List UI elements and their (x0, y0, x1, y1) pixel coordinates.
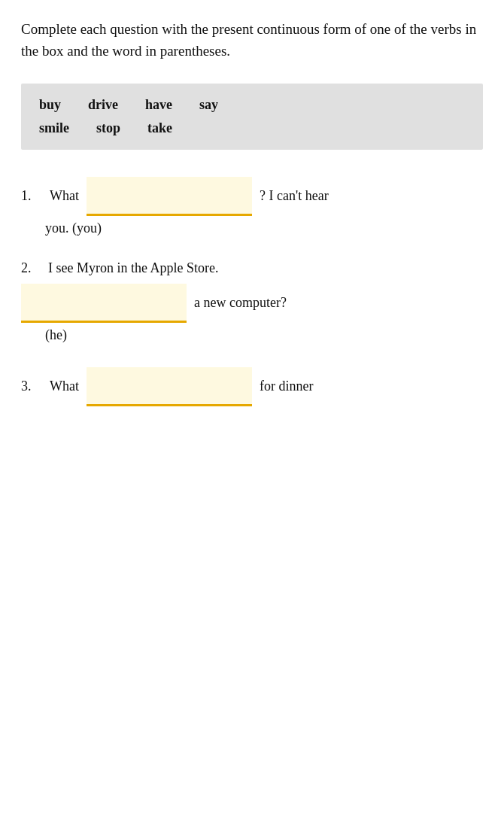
question-3-main-line: 3. What for dinner (21, 367, 483, 406)
verb-drive: drive (88, 97, 118, 113)
verb-have: have (145, 97, 172, 113)
verb-smile: smile (39, 120, 69, 136)
question-2-line1: 2. I see Myron in the Apple Store. (21, 260, 483, 276)
verb-box: buy drive have say smile stop take (21, 84, 483, 150)
instruction-section: Complete each question with the present … (21, 18, 483, 62)
verb-buy: buy (39, 97, 61, 113)
question-2-suffix: a new computer? (194, 295, 287, 311)
verb-row-1: buy drive have say (39, 97, 465, 113)
question-2-number: 2. (21, 260, 42, 276)
question-3-number: 3. (21, 378, 42, 394)
question-3-suffix: for dinner (260, 378, 313, 394)
question-1-block: 1. What ? I can't hear you. (you) (21, 177, 483, 236)
question-1-main-line: 1. What ? I can't hear (21, 177, 483, 216)
question-2-hint: (he) (45, 327, 483, 343)
question-1-suffix: ? I can't hear (260, 188, 329, 204)
question-3-block: 3. What for dinner (21, 367, 483, 406)
verb-say: say (199, 97, 218, 113)
question-1-input-wrapper (87, 177, 252, 216)
verb-row-2: smile stop take (39, 120, 465, 136)
question-1-prefix: What (50, 188, 79, 204)
question-2-line2: a new computer? (21, 284, 483, 323)
question-2-prefix: I see Myron in the Apple Store. (48, 260, 218, 276)
question-3-input-wrapper (87, 367, 252, 406)
question-2-block: 2. I see Myron in the Apple Store. a new… (21, 260, 483, 343)
question-2-answer-input[interactable] (21, 284, 187, 323)
verb-take: take (147, 120, 172, 136)
question-1-continuation: you. (you) (45, 220, 483, 236)
question-2-input-wrapper (21, 284, 187, 323)
verb-stop: stop (96, 120, 120, 136)
question-1-number: 1. (21, 188, 42, 204)
question-3-prefix: What (50, 378, 79, 394)
questions-section: 1. What ? I can't hear you. (you) 2. I s… (21, 177, 483, 430)
question-1-answer-input[interactable] (87, 177, 252, 216)
instruction-text: Complete each question with the present … (21, 18, 483, 62)
question-3-answer-input[interactable] (87, 367, 252, 406)
